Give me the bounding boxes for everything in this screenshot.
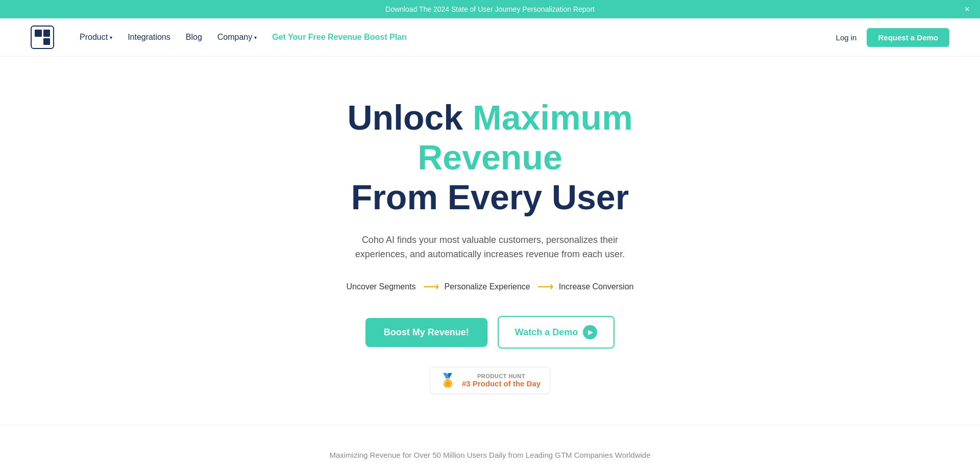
logo-box: [31, 26, 54, 49]
hero-title-part2: From Every User: [351, 178, 629, 216]
flow-step1: Uncover Segments: [347, 282, 416, 291]
flow-arrow-1-icon: ⟶: [423, 280, 437, 293]
hero-section: Unlock Maximum Revenue From Every User C…: [260, 57, 720, 425]
nav-integrations[interactable]: Integrations: [128, 33, 170, 42]
login-button[interactable]: Log in: [836, 33, 857, 42]
product-hunt-badge[interactable]: 🏅 PRODUCT HUNT #3 Product of the Day: [430, 367, 550, 394]
request-demo-button[interactable]: Request a Demo: [867, 28, 949, 47]
flow-step3: Increase Conversion: [559, 282, 634, 291]
company-chevron-icon: ▾: [254, 35, 257, 40]
medal-icon: 🏅: [439, 373, 456, 388]
hero-flow: Uncover Segments ⟶ Personalize Experienc…: [281, 280, 699, 293]
social-label: Maximizing Revenue for Over 50 Million U…: [31, 451, 949, 459]
flow-step2: Personalize Experience: [445, 282, 530, 291]
boost-revenue-button[interactable]: Boost My Revenue!: [365, 318, 487, 347]
logo[interactable]: [31, 26, 54, 49]
hero-actions: Boost My Revenue! Watch a Demo ▶: [281, 316, 699, 349]
ph-text: PRODUCT HUNT #3 Product of the Day: [462, 373, 541, 388]
banner-text: Download The 2024 State of User Journey …: [385, 5, 595, 13]
hero-subtitle: Coho AI finds your most valuable custome…: [347, 233, 633, 262]
ph-rank: #3 Product of the Day: [462, 379, 541, 388]
logo-cell-tr: [43, 30, 51, 37]
nav-product[interactable]: Product ▾: [80, 33, 112, 42]
nav-links: Product ▾ Integrations Blog Company ▾ Ge…: [80, 33, 836, 42]
nav-revenue-boost[interactable]: Get Your Free Revenue Boost Plan: [272, 33, 406, 42]
nav-company[interactable]: Company ▾: [217, 33, 257, 42]
flow-arrow-2-icon: ⟶: [537, 280, 552, 293]
nav-right: Log in Request a Demo: [836, 28, 949, 47]
hero-title: Unlock Maximum Revenue From Every User: [281, 97, 699, 217]
logo-cell-bl: [35, 38, 42, 45]
hero-title-part1: Unlock: [347, 98, 473, 137]
top-banner: Download The 2024 State of User Journey …: [0, 0, 980, 18]
nav-blog[interactable]: Blog: [186, 33, 202, 42]
logo-cell-tl: [35, 30, 42, 37]
product-chevron-icon: ▾: [110, 35, 112, 40]
play-icon: ▶: [583, 325, 597, 339]
social-section: Maximizing Revenue for Over 50 Million U…: [0, 425, 980, 469]
watch-demo-button[interactable]: Watch a Demo ▶: [498, 316, 615, 349]
banner-close-button[interactable]: ×: [964, 5, 970, 14]
logo-cell-br: [43, 38, 51, 45]
ph-label: PRODUCT HUNT: [462, 373, 541, 379]
navbar: Product ▾ Integrations Blog Company ▾ Ge…: [0, 18, 980, 57]
